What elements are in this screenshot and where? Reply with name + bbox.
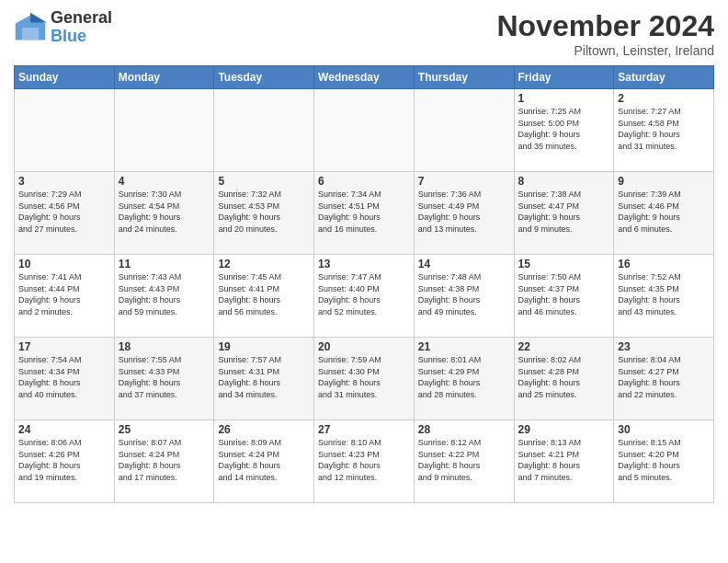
calendar-cell xyxy=(414,89,514,172)
calendar-table: Sunday Monday Tuesday Wednesday Thursday… xyxy=(14,65,714,503)
day-number: 15 xyxy=(518,258,610,270)
calendar-cell xyxy=(15,89,115,172)
day-info: Sunrise: 7:50 AM Sunset: 4:37 PM Dayligh… xyxy=(518,271,610,317)
day-number: 12 xyxy=(218,258,310,270)
day-info: Sunrise: 8:12 AM Sunset: 4:22 PM Dayligh… xyxy=(418,437,510,483)
calendar-cell: 14Sunrise: 7:48 AM Sunset: 4:38 PM Dayli… xyxy=(414,255,514,338)
day-number: 23 xyxy=(618,340,710,353)
calendar-cell: 18Sunrise: 7:55 AM Sunset: 4:33 PM Dayli… xyxy=(114,338,214,420)
calendar-cell: 16Sunrise: 7:52 AM Sunset: 4:35 PM Dayli… xyxy=(614,255,714,338)
day-number: 9 xyxy=(618,175,710,188)
day-number: 1 xyxy=(518,92,610,105)
calendar-cell: 9Sunrise: 7:39 AM Sunset: 4:46 PM Daylig… xyxy=(614,172,714,255)
svg-rect-2 xyxy=(22,28,39,40)
calendar-cell: 19Sunrise: 7:57 AM Sunset: 4:31 PM Dayli… xyxy=(214,338,314,420)
day-info: Sunrise: 8:10 AM Sunset: 4:23 PM Dayligh… xyxy=(318,437,410,483)
day-info: Sunrise: 8:15 AM Sunset: 4:20 PM Dayligh… xyxy=(618,437,710,483)
header: General Blue November 2024 Piltown, Lein… xyxy=(14,9,714,58)
day-number: 2 xyxy=(618,92,710,105)
logo-icon xyxy=(14,11,47,44)
svg-marker-1 xyxy=(30,13,47,23)
day-number: 4 xyxy=(119,175,210,188)
calendar-cell: 2Sunrise: 7:27 AM Sunset: 4:58 PM Daylig… xyxy=(614,89,714,172)
day-number: 21 xyxy=(418,340,510,353)
col-thursday: Thursday xyxy=(414,66,514,89)
calendar-body: 1Sunrise: 7:25 AM Sunset: 5:00 PM Daylig… xyxy=(15,89,714,503)
day-info: Sunrise: 7:47 AM Sunset: 4:40 PM Dayligh… xyxy=(318,271,410,317)
calendar-week-4: 17Sunrise: 7:54 AM Sunset: 4:34 PM Dayli… xyxy=(15,338,714,420)
day-number: 8 xyxy=(518,175,610,188)
calendar-cell: 3Sunrise: 7:29 AM Sunset: 4:56 PM Daylig… xyxy=(15,172,115,255)
day-info: Sunrise: 8:13 AM Sunset: 4:21 PM Dayligh… xyxy=(518,437,610,483)
calendar-cell: 28Sunrise: 8:12 AM Sunset: 4:22 PM Dayli… xyxy=(414,420,514,503)
calendar-header: Sunday Monday Tuesday Wednesday Thursday… xyxy=(15,66,714,89)
day-info: Sunrise: 7:34 AM Sunset: 4:51 PM Dayligh… xyxy=(318,189,410,235)
calendar-cell: 8Sunrise: 7:38 AM Sunset: 4:47 PM Daylig… xyxy=(514,172,614,255)
location: Piltown, Leinster, Ireland xyxy=(496,43,714,58)
calendar-cell: 25Sunrise: 8:07 AM Sunset: 4:24 PM Dayli… xyxy=(114,420,214,503)
calendar-cell: 30Sunrise: 8:15 AM Sunset: 4:20 PM Dayli… xyxy=(614,420,714,503)
calendar-week-5: 24Sunrise: 8:06 AM Sunset: 4:26 PM Dayli… xyxy=(15,420,714,503)
day-info: Sunrise: 7:36 AM Sunset: 4:49 PM Dayligh… xyxy=(418,189,510,235)
day-info: Sunrise: 7:52 AM Sunset: 4:35 PM Dayligh… xyxy=(618,271,710,317)
calendar-cell: 26Sunrise: 8:09 AM Sunset: 4:24 PM Dayli… xyxy=(214,420,314,503)
calendar-cell: 15Sunrise: 7:50 AM Sunset: 4:37 PM Dayli… xyxy=(514,255,614,338)
day-number: 14 xyxy=(418,258,510,270)
day-info: Sunrise: 8:07 AM Sunset: 4:24 PM Dayligh… xyxy=(119,437,210,483)
calendar-cell: 10Sunrise: 7:41 AM Sunset: 4:44 PM Dayli… xyxy=(15,255,115,338)
logo-blue: Blue xyxy=(51,28,112,46)
calendar-cell: 24Sunrise: 8:06 AM Sunset: 4:26 PM Dayli… xyxy=(15,420,115,503)
day-number: 5 xyxy=(218,175,310,188)
day-number: 26 xyxy=(218,423,310,436)
col-monday: Monday xyxy=(114,66,214,89)
calendar-cell xyxy=(114,89,214,172)
day-info: Sunrise: 7:55 AM Sunset: 4:33 PM Dayligh… xyxy=(119,354,210,400)
day-info: Sunrise: 8:01 AM Sunset: 4:29 PM Dayligh… xyxy=(418,354,510,400)
day-number: 17 xyxy=(18,340,110,353)
col-friday: Friday xyxy=(514,66,614,89)
day-number: 19 xyxy=(218,340,310,353)
day-number: 16 xyxy=(618,258,710,270)
day-number: 25 xyxy=(119,423,210,436)
calendar-cell: 29Sunrise: 8:13 AM Sunset: 4:21 PM Dayli… xyxy=(514,420,614,503)
calendar-cell: 20Sunrise: 7:59 AM Sunset: 4:30 PM Dayli… xyxy=(314,338,415,420)
day-number: 20 xyxy=(318,340,410,353)
col-saturday: Saturday xyxy=(614,66,714,89)
day-info: Sunrise: 7:41 AM Sunset: 4:44 PM Dayligh… xyxy=(18,271,110,317)
day-number: 28 xyxy=(418,423,510,436)
day-info: Sunrise: 7:39 AM Sunset: 4:46 PM Dayligh… xyxy=(618,189,710,235)
title-block: November 2024 Piltown, Leinster, Ireland xyxy=(496,9,714,58)
day-info: Sunrise: 7:45 AM Sunset: 4:41 PM Dayligh… xyxy=(218,271,310,317)
col-tuesday: Tuesday xyxy=(214,66,314,89)
day-info: Sunrise: 8:04 AM Sunset: 4:27 PM Dayligh… xyxy=(618,354,710,400)
calendar-cell: 17Sunrise: 7:54 AM Sunset: 4:34 PM Dayli… xyxy=(15,338,115,420)
calendar-cell: 21Sunrise: 8:01 AM Sunset: 4:29 PM Dayli… xyxy=(414,338,514,420)
day-number: 27 xyxy=(318,423,410,436)
calendar-week-1: 1Sunrise: 7:25 AM Sunset: 5:00 PM Daylig… xyxy=(15,89,714,172)
day-number: 30 xyxy=(618,423,710,436)
day-number: 3 xyxy=(18,175,110,188)
calendar-cell: 27Sunrise: 8:10 AM Sunset: 4:23 PM Dayli… xyxy=(314,420,415,503)
calendar-week-2: 3Sunrise: 7:29 AM Sunset: 4:56 PM Daylig… xyxy=(15,172,714,255)
day-number: 18 xyxy=(119,340,210,353)
calendar-week-3: 10Sunrise: 7:41 AM Sunset: 4:44 PM Dayli… xyxy=(15,255,714,338)
calendar-cell: 5Sunrise: 7:32 AM Sunset: 4:53 PM Daylig… xyxy=(214,172,314,255)
calendar-cell xyxy=(214,89,314,172)
header-row: Sunday Monday Tuesday Wednesday Thursday… xyxy=(15,66,714,89)
day-number: 11 xyxy=(119,258,210,270)
calendar-cell: 13Sunrise: 7:47 AM Sunset: 4:40 PM Dayli… xyxy=(314,255,415,338)
day-number: 24 xyxy=(18,423,110,436)
day-info: Sunrise: 7:27 AM Sunset: 4:58 PM Dayligh… xyxy=(618,106,710,152)
logo-text: General Blue xyxy=(51,9,112,46)
day-info: Sunrise: 8:02 AM Sunset: 4:28 PM Dayligh… xyxy=(518,354,610,400)
calendar-cell: 23Sunrise: 8:04 AM Sunset: 4:27 PM Dayli… xyxy=(614,338,714,420)
day-info: Sunrise: 7:59 AM Sunset: 4:30 PM Dayligh… xyxy=(318,354,410,400)
logo-general: General xyxy=(51,9,112,28)
calendar-cell: 7Sunrise: 7:36 AM Sunset: 4:49 PM Daylig… xyxy=(414,172,514,255)
day-number: 6 xyxy=(318,175,410,188)
day-number: 29 xyxy=(518,423,610,436)
day-info: Sunrise: 7:25 AM Sunset: 5:00 PM Dayligh… xyxy=(518,106,610,152)
day-info: Sunrise: 7:29 AM Sunset: 4:56 PM Dayligh… xyxy=(18,189,110,235)
day-info: Sunrise: 7:54 AM Sunset: 4:34 PM Dayligh… xyxy=(18,354,110,400)
calendar-cell: 6Sunrise: 7:34 AM Sunset: 4:51 PM Daylig… xyxy=(314,172,415,255)
